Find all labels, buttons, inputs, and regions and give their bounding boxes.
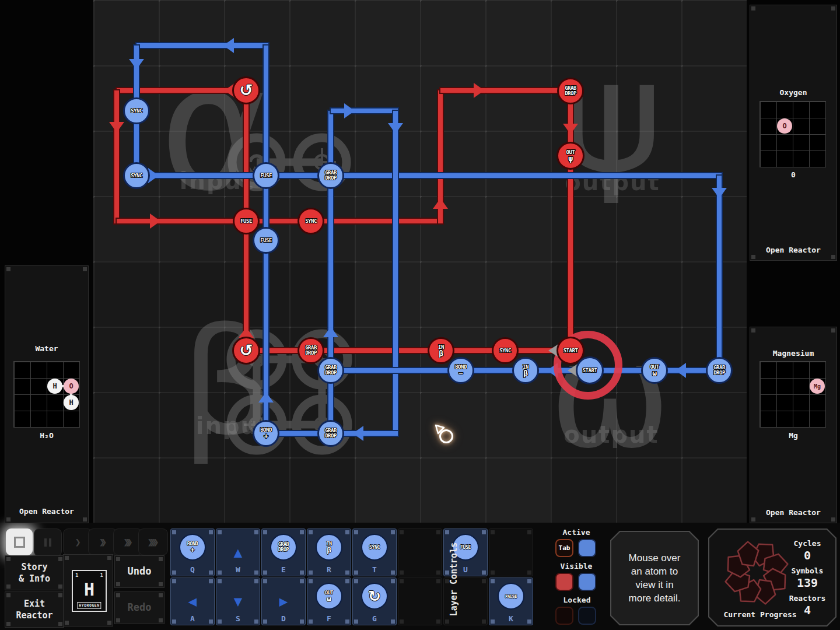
in-beta-icon: INβ	[316, 534, 342, 561]
hotkey-label: T	[353, 565, 396, 574]
path-arrow-red-right[interactable]	[150, 214, 160, 229]
pause-playback-button[interactable]	[34, 528, 62, 556]
waldo-node-red-rotate-ccw[interactable]: ↺	[232, 337, 260, 365]
waldo-node-blue-in-beta[interactable]: INβ	[512, 357, 539, 384]
redo-button[interactable]: Redo	[114, 592, 164, 624]
node-label: FUSE	[260, 173, 272, 178]
palette-pause-button[interactable]: PAUSEK	[489, 578, 533, 625]
stop-button[interactable]	[6, 528, 33, 555]
palette-arrow-down-button[interactable]: ▼S	[216, 578, 260, 625]
path-arrow-red-up[interactable]	[433, 198, 448, 209]
waldo-node-red-grab-drop[interactable]: GRABDROP	[557, 78, 584, 104]
waldo-node-blue-grab-drop[interactable]: GRABDROP	[317, 162, 344, 189]
path-arrow-blue-down[interactable]	[388, 123, 403, 134]
palette-slot-empty	[398, 528, 442, 576]
path-arrow-blue-right[interactable]	[344, 103, 355, 118]
palette-arrow-left-button[interactable]: ◀A	[170, 578, 215, 625]
waldo-node-blue-start[interactable]: START	[576, 356, 604, 384]
path-arrow-red-right[interactable]	[474, 83, 484, 98]
story-info-label-1: Story	[5, 561, 64, 573]
node-label: DROP	[305, 351, 317, 356]
waldo-node-blue-grab-drop[interactable]: GRABDROP	[706, 357, 733, 384]
exit-label-2: Reactor	[5, 610, 64, 621]
node-label: DROP	[325, 433, 337, 439]
speed-4-button[interactable]: ❯❯❯❯	[138, 528, 168, 555]
molecule-formula: Mg	[750, 431, 836, 440]
palette-rotate-cw-button[interactable]: ↻G	[352, 578, 397, 625]
waldo-node-red-grab-drop[interactable]: GRABDROP	[298, 337, 324, 364]
palette-in-beta-button[interactable]: INβR	[307, 528, 351, 576]
layer-visible-blue-toggle[interactable]	[578, 573, 596, 591]
waldo-path-blue	[392, 110, 399, 437]
waldo-node-blue-fuse[interactable]: FUSE	[253, 162, 279, 189]
layer-locked-blue-toggle[interactable]	[578, 607, 596, 625]
undo-button[interactable]: Undo	[114, 555, 164, 588]
waldo-node-blue-bond-minus[interactable]: BOND−	[447, 357, 474, 384]
path-arrow-red-down[interactable]	[109, 122, 124, 132]
node-label: START	[564, 348, 578, 354]
atom-o: O	[777, 118, 792, 134]
story-info-button[interactable]: Story & Info	[5, 555, 64, 590]
node-label: β	[439, 350, 443, 357]
waldo-path-blue	[135, 42, 270, 49]
arrow-up-icon: ▲	[234, 545, 242, 559]
waldo-node-blue-bond-plus[interactable]: BOND+	[253, 420, 279, 447]
open-reactor-button[interactable]: Open Reactor	[750, 508, 836, 517]
palette-grab-drop-button[interactable]: GRABDROPE	[261, 528, 306, 576]
waldo-node-red-sync[interactable]: SYNC	[492, 337, 519, 364]
palette-bond-plus-button[interactable]: BOND+Q	[170, 528, 215, 576]
layer-locked-red-toggle[interactable]	[555, 607, 573, 625]
hotkey-label: D	[262, 614, 305, 623]
hotkey-label: Q	[171, 565, 214, 574]
palette-arrow-up-button[interactable]: ▲W	[216, 528, 260, 576]
path-arrow-blue-left[interactable]	[223, 38, 234, 53]
hotkey-label: F	[307, 614, 351, 623]
element-tile-hydrogen[interactable]: 1 1 H HYDROGEN	[72, 570, 107, 612]
output-panel-magnesium[interactable]: Magnesium Mg Mg Open Reactor	[750, 327, 837, 523]
layer-visible-red-toggle[interactable]	[555, 573, 573, 591]
waldo-node-red-in-beta[interactable]: INβ	[428, 337, 454, 364]
waldo-node-blue-grab-drop[interactable]: GRABDROP	[317, 420, 344, 447]
open-reactor-button[interactable]: Open Reactor	[5, 507, 88, 516]
node-label: ψ	[568, 155, 572, 162]
path-arrow-blue-down[interactable]	[129, 59, 144, 69]
node-label: DROP	[713, 370, 725, 376]
hotkey-label: E	[262, 565, 305, 574]
element-number-right: 1	[100, 572, 103, 578]
waldo-node-blue-out-omega[interactable]: OUTω	[641, 357, 668, 384]
path-arrow-blue-down[interactable]	[712, 188, 727, 198]
output-panel-oxygen[interactable]: Oxygen O 0 Open Reactor	[750, 5, 837, 261]
palette-sync-button[interactable]: SYNCT	[352, 528, 397, 576]
waldo-node-blue-grab-drop[interactable]: GRABDROP	[317, 357, 344, 384]
waldo-node-red-sync[interactable]: SYNC	[298, 208, 324, 235]
waldo-path-red	[439, 87, 574, 94]
layer-active-red-toggle[interactable]: Tab	[555, 539, 573, 557]
progress-flower-icon	[713, 531, 800, 618]
waldo-node-red-rotate-ccw[interactable]: ↺	[232, 76, 260, 104]
layer-controls-heading: Layer Controls	[449, 533, 459, 626]
exit-reactor-button[interactable]: Exit Reactor	[5, 592, 64, 628]
input-panel-water[interactable]: Water HOH H₂O Open Reactor	[5, 265, 89, 523]
path-arrow-blue-up[interactable]	[258, 392, 274, 402]
path-arrow-blue-up[interactable]	[323, 327, 338, 337]
layer-active-blue-toggle[interactable]	[578, 539, 596, 557]
pause-icon	[44, 538, 47, 547]
atom-h: H	[47, 379, 62, 394]
molecule-formula: H₂O	[5, 431, 88, 440]
palette-arrow-right-button[interactable]: ▶D	[261, 578, 306, 625]
waldo-node-red-fuse[interactable]: FUSE	[233, 208, 260, 235]
molecule-grid: HOH	[13, 361, 80, 428]
waldo-node-blue-sync[interactable]: SYNC	[123, 97, 150, 124]
element-number-left: 1	[75, 572, 78, 578]
path-arrow-red-down[interactable]	[563, 124, 578, 134]
path-arrow-blue-left[interactable]	[676, 363, 686, 378]
node-label: SYNC	[131, 108, 142, 114]
hint-panel: Mouse over an atom to view it in more de…	[610, 531, 699, 625]
waldo-node-red-out-psi[interactable]: OUTψ	[556, 142, 584, 170]
layer-row-label-active: Active	[553, 528, 600, 537]
open-reactor-button[interactable]: Open Reactor	[750, 246, 836, 254]
palette-out-omega-button[interactable]: OUTωF	[307, 578, 351, 625]
waldo-node-blue-sync[interactable]: SYNC	[123, 162, 150, 189]
waldo-node-blue-fuse[interactable]: FUSE	[253, 227, 279, 254]
path-arrow-blue-left[interactable]	[353, 426, 363, 441]
